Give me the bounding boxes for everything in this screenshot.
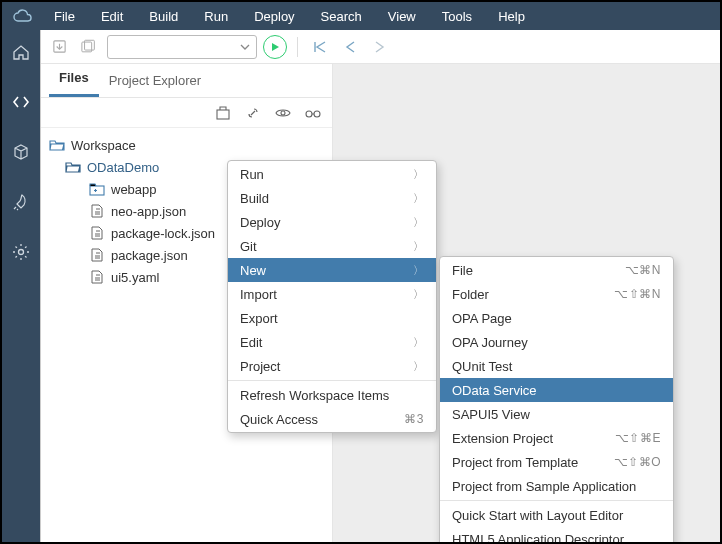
folder-open-icon xyxy=(49,139,65,151)
save-all-icon[interactable] xyxy=(77,35,101,59)
tree-item-label: package-lock.json xyxy=(111,226,215,241)
folder-add-icon xyxy=(89,183,105,196)
chevron-down-icon xyxy=(240,44,250,50)
nav-forward-icon[interactable] xyxy=(368,35,392,59)
context-menu-item-label: Build xyxy=(240,191,269,206)
svg-point-5 xyxy=(281,111,285,115)
context-menu-item[interactable]: Export xyxy=(228,306,436,330)
shortcut-label: ⌘3 xyxy=(404,412,424,426)
tree-project-label: ODataDemo xyxy=(87,160,159,175)
submenu-new-item[interactable]: OPA Page xyxy=(440,306,673,330)
tree-item-label: ui5.yaml xyxy=(111,270,159,285)
menu-tools[interactable]: Tools xyxy=(430,5,484,28)
context-menu-item-label: Git xyxy=(240,239,257,254)
submenu-new-item[interactable]: SAPUI5 View xyxy=(440,402,673,426)
submenu-new-item-label: File xyxy=(452,263,473,278)
submenu-arrow-icon: 〉 xyxy=(413,263,424,278)
submenu-new-item[interactable]: Project from Sample Application xyxy=(440,474,673,498)
menu-help[interactable]: Help xyxy=(486,5,537,28)
collapse-icon[interactable] xyxy=(214,104,232,122)
menu-view[interactable]: View xyxy=(376,5,428,28)
context-menu-item[interactable]: Run〉 xyxy=(228,162,436,186)
svg-rect-4 xyxy=(217,110,229,119)
nav-back-start-icon[interactable] xyxy=(308,35,332,59)
file-icon xyxy=(89,270,105,284)
context-menu-item[interactable]: Import〉 xyxy=(228,282,436,306)
submenu-arrow-icon: 〉 xyxy=(413,191,424,206)
menu-run[interactable]: Run xyxy=(192,5,240,28)
context-menu: Run〉Build〉Deploy〉Git〉New〉Import〉ExportEd… xyxy=(227,160,437,433)
glasses-icon[interactable] xyxy=(304,104,322,122)
tab-project-explorer[interactable]: Project Explorer xyxy=(99,65,211,97)
submenu-new-item[interactable]: Extension Project⌥⇧⌘E xyxy=(440,426,673,450)
tab-files[interactable]: Files xyxy=(49,62,99,97)
menu-search[interactable]: Search xyxy=(309,5,374,28)
rail-rocket-icon[interactable] xyxy=(5,186,37,218)
menu-build[interactable]: Build xyxy=(137,5,190,28)
submenu-arrow-icon: 〉 xyxy=(413,167,424,182)
run-button[interactable] xyxy=(263,35,287,59)
submenu-new-item[interactable]: QUnit Test xyxy=(440,354,673,378)
context-menu-item-label: Project xyxy=(240,359,280,374)
eye-icon[interactable] xyxy=(274,104,292,122)
run-config-dropdown[interactable] xyxy=(107,35,257,59)
tree-item-label: package.json xyxy=(111,248,188,263)
submenu-arrow-icon: 〉 xyxy=(413,335,424,350)
menu-edit[interactable]: Edit xyxy=(89,5,135,28)
context-menu-item-label: Export xyxy=(240,311,278,326)
tree-root[interactable]: Workspace xyxy=(45,134,328,156)
toolbar-divider xyxy=(297,37,298,57)
menubar: File Edit Build Run Deploy Search View T… xyxy=(2,2,720,30)
context-menu-item[interactable]: Edit〉 xyxy=(228,330,436,354)
svg-point-6 xyxy=(306,111,312,117)
nav-back-icon[interactable] xyxy=(338,35,362,59)
sidebar-toolbar xyxy=(41,98,332,128)
submenu-new-item[interactable]: Project from Template⌥⇧⌘O xyxy=(440,450,673,474)
context-menu-item-label: Deploy xyxy=(240,215,280,230)
submenu-new-item-label: HTML5 Application Descriptor xyxy=(452,532,624,545)
tree-root-label: Workspace xyxy=(71,138,136,153)
submenu-new-item[interactable]: File⌥⌘N xyxy=(440,258,673,282)
shortcut-label: ⌥⇧⌘E xyxy=(615,431,661,445)
context-menu-item[interactable]: New〉 xyxy=(228,258,436,282)
file-icon xyxy=(89,226,105,240)
sidebar-tabs: Files Project Explorer xyxy=(41,64,332,98)
context-menu-item[interactable]: Deploy〉 xyxy=(228,210,436,234)
context-menu-item[interactable]: Quick Access⌘3 xyxy=(228,407,436,431)
submenu-new-item-label: Folder xyxy=(452,287,489,302)
rail-package-icon[interactable] xyxy=(5,136,37,168)
left-rail xyxy=(2,30,40,542)
menu-file[interactable]: File xyxy=(42,5,87,28)
submenu-new-item-label: OPA Page xyxy=(452,311,512,326)
submenu-arrow-icon: 〉 xyxy=(413,287,424,302)
submenu-new-item[interactable]: OData Service xyxy=(440,378,673,402)
context-menu-item-label: Refresh Workspace Items xyxy=(240,388,389,403)
rail-home-icon[interactable] xyxy=(5,36,37,68)
file-icon xyxy=(89,204,105,218)
submenu-new-item[interactable]: Folder⌥⇧⌘N xyxy=(440,282,673,306)
submenu-new-item[interactable]: Quick Start with Layout Editor xyxy=(440,503,673,527)
submenu-new-item-label: Extension Project xyxy=(452,431,553,446)
menu-deploy[interactable]: Deploy xyxy=(242,5,306,28)
rail-code-icon[interactable] xyxy=(5,86,37,118)
context-menu-item-label: Edit xyxy=(240,335,262,350)
save-icon[interactable] xyxy=(47,35,71,59)
context-menu-item[interactable]: Project〉 xyxy=(228,354,436,378)
shortcut-label: ⌥⌘N xyxy=(625,263,661,277)
submenu-new-item[interactable]: HTML5 Application Descriptor xyxy=(440,527,673,544)
link-icon[interactable] xyxy=(244,104,262,122)
submenu-new-separator xyxy=(440,500,673,501)
svg-point-0 xyxy=(19,250,24,255)
toolbar xyxy=(41,30,720,64)
context-menu-item-label: Import xyxy=(240,287,277,302)
context-menu-item[interactable]: Build〉 xyxy=(228,186,436,210)
submenu-new-item-label: QUnit Test xyxy=(452,359,512,374)
submenu-arrow-icon: 〉 xyxy=(413,239,424,254)
submenu-new-item[interactable]: OPA Journey xyxy=(440,330,673,354)
folder-open-icon xyxy=(65,161,81,173)
context-menu-item[interactable]: Refresh Workspace Items xyxy=(228,383,436,407)
tree-item-label: webapp xyxy=(111,182,157,197)
context-menu-item-label: New xyxy=(240,263,266,278)
context-menu-item[interactable]: Git〉 xyxy=(228,234,436,258)
rail-settings-icon[interactable] xyxy=(5,236,37,268)
